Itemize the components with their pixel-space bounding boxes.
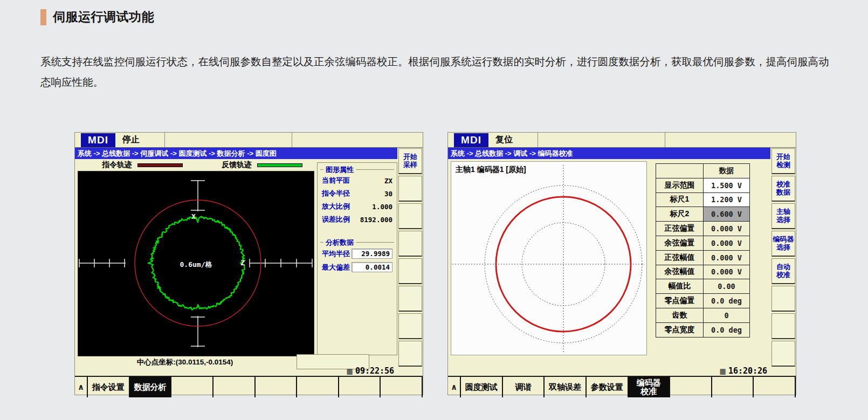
bottom-tab-empty[interactable] [256, 377, 297, 397]
param-value-cell[interactable]: 0.0 deg [704, 322, 750, 337]
screenshots-row: MDI 停止 系统 -> 总线数据 -> 伺服调试 -> 圆度测试 -> 数据分… [0, 132, 868, 396]
param-value-cell[interactable]: 0.000 V [704, 265, 750, 279]
bottom-tab-empty[interactable] [712, 377, 753, 397]
softkey-button-empty[interactable] [398, 231, 422, 257]
clock-time: 09:22:56 [355, 366, 394, 376]
cnc-screen-encoder: MDI 复位 系统 -> 总线数据 -> 调试 -> 编码器校准 主轴1 编码器… [447, 132, 796, 395]
bottom-tab[interactable]: 调谐 [503, 377, 544, 397]
mode-tab-mdi: MDI [81, 133, 115, 147]
mode-tab-mdi: MDI [454, 133, 488, 147]
property-value: 0.0014 [352, 262, 392, 272]
softkey-button[interactable]: 自动 校准 [771, 258, 795, 284]
trace-legend-row: 指令轨迹反馈轨迹 [75, 159, 312, 171]
encoder-data-table: 数据显示范围1.500 V标尺11.200 V标尺20.600 V正弦偏置0.0… [656, 163, 750, 338]
softkey-button-empty[interactable] [771, 341, 795, 367]
param-label-cell: 显示范围 [656, 178, 704, 192]
table-row: 零点偏置0.0 deg [656, 294, 750, 308]
property-value: 1.000 [372, 203, 392, 211]
softkey-button-empty[interactable] [398, 203, 422, 229]
table-row: 零点宽度0.0 deg [656, 322, 750, 337]
property-label: 放大比例 [322, 202, 350, 211]
softkey-button[interactable]: 校准 数据 [771, 176, 795, 202]
encoder-signal-plot: 主轴1 编码器1 [原始] [451, 161, 647, 355]
property-row: 指令半径30 [321, 187, 393, 200]
bottom-tab[interactable]: 双轴误差 [545, 377, 585, 397]
center-coordinate-label: 中心点坐标:(30.0115,-0.0154) [75, 357, 295, 367]
softkey-button-empty[interactable] [398, 258, 422, 284]
param-value-cell[interactable]: 0 [704, 308, 750, 322]
legend-item: 指令轨迹 [102, 160, 183, 170]
softkey-button-empty[interactable] [771, 313, 795, 339]
legend-label: 指令轨迹 [102, 160, 132, 170]
analysis-data-group: 分析数据 平均半径29.9989最大偏差0.0014 [320, 242, 394, 276]
table-row: 正弦偏置0.000 V [656, 222, 750, 236]
param-value-cell[interactable]: 1.200 V [704, 192, 750, 207]
encoder-main-area: 主轴1 编码器1 [原始] 数据显示范围1.500 V标尺11.200 V标尺2… [448, 159, 770, 376]
bottom-tab-empty[interactable] [670, 377, 711, 397]
table-row: 幅值比0.00 [656, 279, 750, 294]
bottom-tab-empty[interactable] [381, 377, 422, 397]
param-label-cell: 余弦幅值 [656, 265, 704, 279]
softkey-button[interactable]: 开始 检测 [771, 148, 795, 174]
table-row: 正弦幅值0.000 V [656, 250, 750, 265]
bottom-tab[interactable]: 编码器 校准 [629, 377, 670, 397]
param-value-cell[interactable]: 0.600 V [704, 207, 750, 222]
param-label-cell: 零点偏置 [656, 294, 704, 308]
breadcrumb: 系统 -> 总线数据 -> 调试 -> 编码器校准 [448, 148, 770, 159]
bottom-tab-empty[interactable] [339, 377, 380, 397]
encoder-plot-svg [451, 162, 646, 355]
softkey-button-empty[interactable] [398, 313, 422, 339]
table-header-value-cell: 数据 [704, 164, 750, 178]
param-label-cell: 标尺2 [656, 207, 704, 222]
property-row: 当前平面ZX [321, 174, 393, 187]
param-value-cell[interactable]: 0.000 V [704, 222, 750, 236]
table-row: 余弦偏置0.000 V [656, 236, 750, 250]
bottom-tab[interactable]: 参数设置 [587, 377, 628, 397]
property-label: 平均半径 [322, 249, 350, 259]
bottom-tab-empty[interactable] [297, 377, 338, 397]
property-row: 平均半径29.9989 [321, 247, 393, 260]
param-label-cell: 齿数 [656, 308, 704, 322]
param-value-cell[interactable]: 0.0 deg [704, 294, 750, 308]
breadcrumb: 系统 -> 总线数据 -> 伺服调试 -> 圆度测试 -> 数据分析 -> 圆度… [75, 148, 397, 159]
param-value-cell[interactable]: 0.00 [704, 279, 750, 294]
param-label-cell: 余弦偏置 [656, 236, 704, 250]
encoder-plot-title: 主轴1 编码器1 [原始] [456, 165, 526, 175]
softkey-button[interactable]: 开始 采样 [398, 148, 422, 174]
softkey-button[interactable]: 主轴 选择 [771, 203, 795, 229]
graph-properties-title: 图形属性 [323, 165, 356, 175]
legend-color-swatch [257, 163, 302, 167]
param-value-cell[interactable]: 0.000 V [704, 236, 750, 250]
softkey-button-empty[interactable] [398, 286, 422, 312]
bottom-tab-empty[interactable] [754, 377, 795, 397]
bottom-tab-empty[interactable] [171, 377, 212, 397]
bottom-tab[interactable]: 圆度测试 [461, 377, 502, 397]
param-label-cell: 幅值比 [656, 279, 704, 294]
bottom-tab-empty[interactable] [213, 377, 254, 397]
property-label: 当前平面 [322, 176, 350, 185]
page-title: 伺服运行调试功能 [53, 9, 154, 25]
softkey-button-empty[interactable] [398, 341, 422, 367]
table-row: 显示范围1.500 V [656, 178, 750, 192]
tab-bar-caret-icon[interactable]: ∧ [448, 377, 460, 397]
bottom-tab-bar: ∧圆度测试调谐双轴误差参数设置编码器 校准 [448, 376, 796, 397]
property-label: 指令半径 [322, 189, 350, 198]
bottom-tab[interactable]: 数据分析 [130, 377, 171, 397]
param-value-cell[interactable]: 1.500 V [704, 178, 750, 192]
description-paragraph: 系统支持在线监控伺服运行状态，在线伺服参数自整定以及正余弦编码器校正。根据伺服系… [40, 51, 833, 92]
tab-bar-caret-icon[interactable]: ∧ [75, 377, 87, 397]
cnc-screen-roundness: MDI 停止 系统 -> 总线数据 -> 伺服调试 -> 圆度测试 -> 数据分… [74, 132, 423, 395]
softkey-button[interactable]: 编码器 选择 [771, 231, 795, 257]
param-value-cell[interactable]: 0.000 V [704, 250, 750, 265]
table-row: 标尺20.600 V [656, 207, 750, 222]
status-row: ▦ 16:20:26 [720, 366, 768, 376]
param-label-cell: 正弦幅值 [656, 250, 704, 265]
param-label-cell: 正弦偏置 [656, 222, 704, 236]
softkey-button-empty[interactable] [771, 286, 795, 312]
bottom-tab[interactable]: 指令设置 [88, 377, 129, 397]
run-state-label: 复位 [495, 134, 513, 146]
property-value: 30 [384, 190, 392, 198]
property-label: 最大偏差 [322, 263, 350, 272]
tab-separator [422, 377, 423, 397]
softkey-button-empty[interactable] [398, 176, 422, 202]
